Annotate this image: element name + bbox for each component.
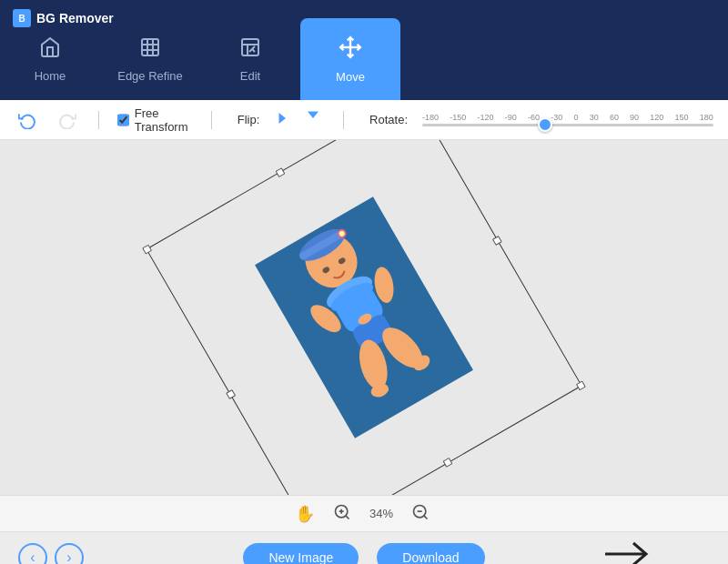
edit-icon [239, 36, 261, 64]
nav-label-edit: Edit [240, 69, 260, 83]
free-transform-checkbox[interactable]: Free Transform [117, 106, 193, 134]
next-icon: › [66, 549, 71, 565]
svg-rect-1 [242, 39, 258, 55]
prev-button[interactable]: ‹ [18, 543, 47, 565]
svg-line-27 [346, 515, 349, 519]
svg-rect-0 [142, 39, 158, 55]
handle-left-mid[interactable] [226, 389, 236, 399]
flip-horizontal-button[interactable] [274, 108, 298, 132]
zoom-in-button[interactable] [329, 499, 355, 529]
rotate-slider[interactable] [422, 124, 713, 126]
nav-label-move: Move [336, 70, 365, 84]
image-wrapper [255, 196, 473, 438]
nav-item-edge-refine[interactable]: Edge Refine [100, 18, 200, 100]
status-bar: ✋ 34% [0, 495, 728, 531]
flip-vertical-button[interactable] [301, 108, 325, 132]
app-icon: B [13, 9, 31, 27]
svg-marker-6 [279, 113, 287, 124]
undo-button[interactable] [15, 107, 40, 133]
nav-label-home: Home [35, 69, 66, 83]
image-background [255, 196, 473, 438]
home-icon [39, 36, 61, 64]
rotate-label: Rotate: [369, 113, 408, 126]
flip-label: Flip: [238, 113, 260, 126]
redo-button[interactable] [55, 107, 80, 133]
canvas-area [0, 140, 728, 495]
handle-bottom-right[interactable] [576, 380, 586, 390]
flip-buttons [274, 108, 325, 132]
handle-bottom-mid[interactable] [443, 458, 453, 468]
toolbar: Free Transform Flip: Rotate: -180 -150 -… [0, 100, 728, 140]
svg-line-31 [424, 515, 428, 519]
edge-refine-icon [139, 36, 161, 64]
free-transform-input[interactable] [117, 114, 129, 126]
rotate-ruler: -180 -150 -120 -90 -60 -30 0 30 60 90 12… [422, 114, 713, 126]
footer: ‹ › New Image Download [0, 531, 728, 564]
toolbar-divider [98, 111, 99, 129]
toolbar-divider2 [211, 111, 212, 129]
svg-marker-7 [308, 111, 318, 118]
handle-right-mid[interactable] [492, 236, 502, 246]
handle-top-left[interactable] [142, 245, 152, 255]
zoom-level: 34% [369, 507, 393, 520]
download-button[interactable]: Download [377, 543, 484, 565]
baby-image [255, 196, 473, 438]
zoom-out-button[interactable] [408, 499, 433, 529]
nav-label-edge-refine: Edge Refine [117, 69, 183, 83]
hand-tool-icon: ✋ [295, 504, 315, 524]
move-icon [339, 35, 362, 65]
prev-icon: ‹ [30, 549, 35, 565]
arrow-indicator [601, 538, 655, 564]
nav-item-home[interactable]: Home [0, 18, 100, 100]
nav-item-edit[interactable]: Edit [200, 18, 300, 100]
app-title: B BG Remover [13, 9, 114, 27]
ruler-labels: -180 -150 -120 -90 -60 -30 0 30 60 90 12… [422, 114, 713, 122]
nav-item-move[interactable]: Move [300, 18, 400, 100]
new-image-button[interactable]: New Image [243, 543, 359, 565]
handle-top-mid[interactable] [276, 167, 286, 177]
toolbar-divider3 [343, 111, 344, 129]
next-button[interactable]: › [55, 543, 84, 565]
